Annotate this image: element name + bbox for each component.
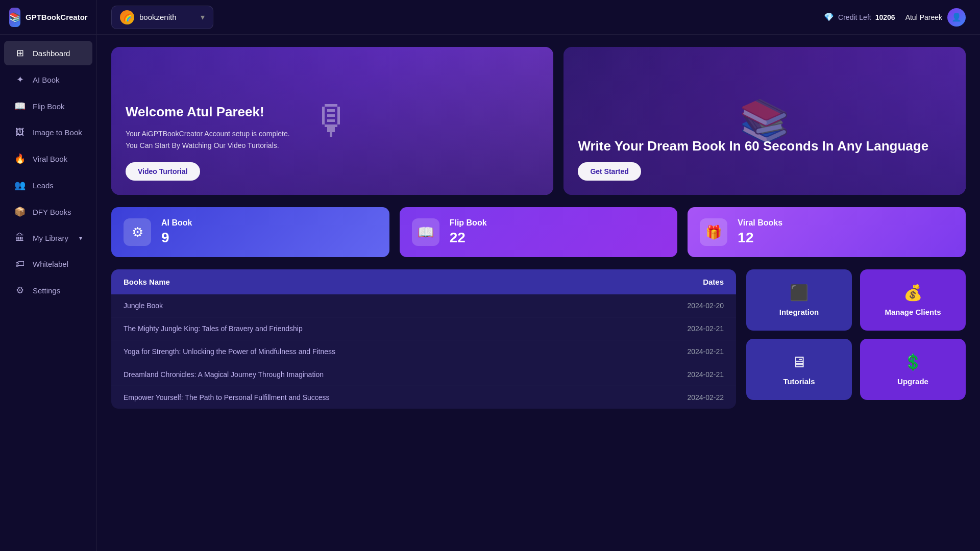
integration-icon: ⬛: [790, 284, 808, 302]
book-date-4: 2024-02-22: [652, 393, 724, 402]
sidebar-item-ai-book[interactable]: ✦ AI Book: [4, 67, 92, 92]
sidebar-item-flip-book[interactable]: 📖 Flip Book: [4, 94, 92, 118]
banners: 🎙 Welcome Atul Pareek! Your AiGPTBookCre…: [111, 47, 966, 195]
workspace-name: bookzenith: [139, 13, 177, 21]
credit-icon: 💎: [824, 12, 834, 22]
stat-label-1: Flip Book: [450, 218, 487, 228]
avatar: 👤: [947, 8, 966, 27]
stat-card-ai-book: ⚙ AI Book 9: [111, 207, 389, 257]
column-header-date: Dates: [652, 278, 724, 286]
welcome-banner-content: Welcome Atul Pareek! Your AiGPTBookCreat…: [111, 89, 553, 195]
stat-icon-2: 🎁: [700, 218, 727, 246]
chevron-down-icon: ▾: [201, 12, 205, 22]
sidebar-item-whitelabel[interactable]: 🏷 Whitelabel: [4, 252, 92, 276]
sidebar: 📚 GPTBookCreator ⊞ Dashboard ✦ AI Book 📖…: [0, 0, 97, 551]
book-name-3: Dreamland Chronicles: A Magical Journey …: [124, 370, 652, 379]
sidebar-label-dfy-books: DFY Books: [33, 208, 71, 216]
table-row[interactable]: Empower Yourself: The Path to Personal F…: [111, 386, 736, 409]
dashboard-icon: ⊞: [14, 47, 26, 59]
stat-card-flip-book: 📖 Flip Book 22: [400, 207, 678, 257]
stats-row: ⚙ AI Book 9 📖 Flip Book 22 🎁 Viral Books…: [111, 207, 966, 257]
main-content: 🌈 bookzenith ▾ 💎 Credit Left 10206 Atul …: [97, 0, 980, 551]
table-row[interactable]: Dreamland Chronicles: A Magical Journey …: [111, 363, 736, 386]
flip-book-icon: 📖: [14, 101, 26, 112]
bottom-section: Books Name Dates Jungle Book 2024-02-20 …: [111, 269, 966, 409]
ai-book-icon: ✦: [14, 74, 26, 85]
table-row[interactable]: Yoga for Strength: Unlocking the Power o…: [111, 340, 736, 363]
book-name-1: The Mighty Jungle King: Tales of Bravery…: [124, 324, 652, 333]
credit-value: 10206: [875, 13, 895, 21]
action-card-integration[interactable]: ⬛ Integration: [746, 269, 852, 331]
column-header-name: Books Name: [124, 278, 652, 286]
book-name-2: Yoga for Strength: Unlocking the Power o…: [124, 347, 652, 356]
table-header: Books Name Dates: [111, 269, 736, 294]
book-name-0: Jungle Book: [124, 302, 652, 310]
whitelabel-icon: 🏷: [14, 259, 26, 269]
table-row[interactable]: The Mighty Jungle King: Tales of Bravery…: [111, 317, 736, 340]
table-body: Jungle Book 2024-02-20 The Mighty Jungle…: [111, 294, 736, 409]
sidebar-nav: ⊞ Dashboard ✦ AI Book 📖 Flip Book 🖼 Imag…: [0, 35, 96, 551]
user-name: Atul Pareek: [905, 13, 942, 21]
integration-label: Integration: [779, 308, 819, 316]
sidebar-item-leads[interactable]: 👥 Leads: [4, 173, 92, 197]
promo-banner: 📚 Write Your Dream Book In 60 Seconds In…: [564, 47, 966, 195]
logo-icon: 📚: [9, 8, 20, 27]
get-started-button[interactable]: Get Started: [578, 162, 641, 181]
workspace-selector[interactable]: 🌈 bookzenith ▾: [111, 6, 213, 29]
promo-banner-content: Write Your Dream Book In 60 Seconds In A…: [564, 123, 966, 195]
upgrade-label: Upgrade: [897, 377, 928, 386]
book-name-4: Empower Yourself: The Path to Personal F…: [124, 393, 652, 402]
stat-card-viral-books: 🎁 Viral Books 12: [688, 207, 966, 257]
action-cards: ⬛ Integration 💰 Manage Clients 🖥 Tutoria…: [746, 269, 966, 409]
upgrade-icon: 💲: [903, 353, 922, 371]
stat-label-2: Viral Books: [738, 218, 782, 228]
welcome-subtitle: Your AiGPTBookCreator Account setup is c…: [126, 128, 539, 151]
content-area: 🎙 Welcome Atul Pareek! Your AiGPTBookCre…: [97, 35, 980, 551]
welcome-banner: 🎙 Welcome Atul Pareek! Your AiGPTBookCre…: [111, 47, 553, 195]
book-date-0: 2024-02-20: [652, 302, 724, 310]
stat-icon-1: 📖: [412, 218, 439, 246]
action-card-tutorials[interactable]: 🖥 Tutorials: [746, 339, 852, 400]
tutorials-label: Tutorials: [783, 377, 815, 386]
book-date-2: 2024-02-21: [652, 347, 724, 356]
chevron-icon: ▾: [79, 235, 82, 242]
logo: 📚 GPTBookCreator: [0, 0, 96, 35]
sidebar-label-ai-book: AI Book: [33, 76, 60, 84]
action-card-upgrade[interactable]: 💲 Upgrade: [860, 339, 966, 400]
topbar: 🌈 bookzenith ▾ 💎 Credit Left 10206 Atul …: [97, 0, 980, 35]
stat-value-1: 22: [450, 230, 487, 246]
sidebar-item-dashboard[interactable]: ⊞ Dashboard: [4, 41, 92, 65]
sidebar-label-leads: Leads: [33, 181, 54, 190]
credit-info: 💎 Credit Left 10206: [824, 12, 895, 22]
logo-text: GPTBookCreator: [26, 13, 88, 21]
image-to-book-icon: 🖼: [14, 127, 26, 138]
sidebar-label-flip-book: Flip Book: [33, 102, 65, 111]
sidebar-label-dashboard: Dashboard: [33, 49, 70, 58]
leads-icon: 👥: [14, 180, 26, 191]
settings-icon: ⚙: [14, 285, 26, 296]
table-row[interactable]: Jungle Book 2024-02-20: [111, 294, 736, 317]
sidebar-label-my-library: My Library: [33, 234, 68, 242]
action-card-manage-clients[interactable]: 💰 Manage Clients: [860, 269, 966, 331]
sidebar-label-viral-book: Viral Book: [33, 155, 67, 163]
sidebar-label-whitelabel: Whitelabel: [33, 260, 68, 268]
books-table: Books Name Dates Jungle Book 2024-02-20 …: [111, 269, 736, 409]
sidebar-item-my-library[interactable]: 🏛 My Library ▾: [4, 226, 92, 250]
my-library-icon: 🏛: [14, 233, 26, 243]
sidebar-item-image-to-book[interactable]: 🖼 Image to Book: [4, 120, 92, 144]
stat-value-2: 12: [738, 230, 782, 246]
workspace-icon: 🌈: [120, 10, 134, 24]
sidebar-label-settings: Settings: [33, 286, 60, 295]
credit-label: Credit Left: [838, 13, 871, 21]
stat-value-0: 9: [161, 230, 192, 246]
user-info[interactable]: Atul Pareek 👤: [905, 8, 966, 27]
book-date-3: 2024-02-21: [652, 370, 724, 379]
video-tutorial-button[interactable]: Video Turtorial: [126, 162, 200, 181]
sidebar-item-settings[interactable]: ⚙ Settings: [4, 278, 92, 303]
tutorials-icon: 🖥: [792, 354, 807, 371]
welcome-title: Welcome Atul Pareek!: [126, 104, 539, 121]
dfy-books-icon: 📦: [14, 206, 26, 217]
sidebar-item-dfy-books[interactable]: 📦 DFY Books: [4, 199, 92, 224]
sidebar-label-image-to-book: Image to Book: [33, 128, 82, 137]
sidebar-item-viral-book[interactable]: 🔥 Viral Book: [4, 146, 92, 171]
